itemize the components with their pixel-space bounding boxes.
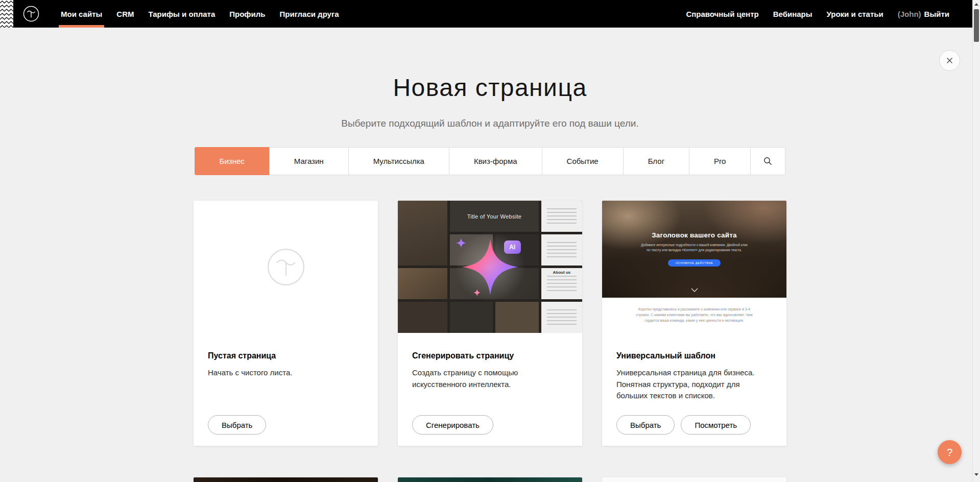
card-body: Универсальный шаблон Универсальная стран… xyxy=(602,333,786,402)
card-description: Универсальная страница для бизнеса. Поня… xyxy=(616,367,771,402)
help-button[interactable]: ? xyxy=(938,440,962,464)
card-body: Сгенерировать страницу Создать страницу … xyxy=(398,333,582,390)
preview-cta-button: основное действие xyxy=(668,259,721,267)
view-button[interactable]: Посмотреть xyxy=(681,415,751,435)
tab-store[interactable]: Магазин xyxy=(269,147,349,175)
template-card-partial[interactable] xyxy=(194,477,378,482)
scroll-up-arrow[interactable] xyxy=(974,3,978,6)
secondary-nav: Справочный центр Вебинары Уроки и статьи… xyxy=(679,0,957,28)
collage-cell xyxy=(398,302,447,333)
card-title: Сгенерировать страницу xyxy=(412,351,568,360)
primary-nav: Мои сайты CRM Тарифы и оплата Профиль Пр… xyxy=(54,0,346,28)
nav-webinars[interactable]: Вебинары xyxy=(766,0,820,28)
preview-about-label: About us xyxy=(541,270,582,275)
universal-preview: Заголовок вашего сайта Добавьте интересн… xyxy=(602,201,786,333)
template-card-blank[interactable]: Пустая страница Начать с чистого листа. … xyxy=(194,201,378,446)
generate-button[interactable]: Сгенерировать xyxy=(412,415,493,435)
tab-business[interactable]: Бизнес xyxy=(195,147,270,175)
logout-link[interactable]: (John) Выйти xyxy=(891,0,957,28)
nav-pricing[interactable]: Тарифы и оплата xyxy=(141,0,222,28)
blank-preview xyxy=(194,201,378,333)
template-card-partial[interactable] xyxy=(602,477,786,482)
nav-crm[interactable]: CRM xyxy=(109,0,141,28)
dialog-content: Новая страница Выберите подходящий шабло… xyxy=(0,28,980,482)
photo-collage: Title of Your Website About us xyxy=(398,201,582,333)
select-button[interactable]: Выбрать xyxy=(208,415,266,435)
collage-cell xyxy=(450,302,493,333)
card-actions: Выбрать xyxy=(208,415,266,435)
nav-invite-friend[interactable]: Пригласи друга xyxy=(272,0,346,28)
search-icon xyxy=(763,157,772,165)
collage-cell xyxy=(541,302,582,333)
page-title: Новая страница xyxy=(0,74,980,102)
search-tab[interactable] xyxy=(750,147,785,175)
collage-cell xyxy=(398,201,447,266)
collage-title-cell: Title of Your Website xyxy=(450,201,539,232)
collage-cell xyxy=(495,302,538,333)
new-page-dialog: Мои сайты CRM Тарифы и оплата Профиль Пр… xyxy=(0,0,980,482)
card-description: Создать страницу с помощью искусственног… xyxy=(412,367,566,390)
top-navigation-bar: Мои сайты CRM Тарифы и оплата Профиль Пр… xyxy=(0,0,980,28)
card-actions: Выбрать Посмотреть xyxy=(616,415,751,435)
scroll-down-arrow[interactable] xyxy=(974,473,978,476)
ai-preview: Title of Your Website About us xyxy=(398,201,582,333)
card-actions: Сгенерировать xyxy=(412,415,493,435)
preview-cover-caption: Добавьте интересные подробности о вашей … xyxy=(639,243,749,253)
tilda-watermark-icon xyxy=(261,243,310,292)
nav-profile[interactable]: Профиль xyxy=(222,0,272,28)
card-description: Начать с чистого листа. xyxy=(208,367,362,379)
zigzag-decoration xyxy=(0,0,13,28)
collage-cell xyxy=(541,234,582,266)
preview-cover-section: Заголовок вашего сайта Добавьте интересн… xyxy=(602,201,786,298)
template-category-tabs: Бизнес Магазин Мультиссылка Квиз-форма С… xyxy=(0,147,980,175)
preview-cover-title: Заголовок вашего сайта xyxy=(602,201,786,239)
preview-text-section: Коротко представьтесь и расскажите о ком… xyxy=(602,298,786,333)
collage-about-cell: About us xyxy=(541,268,582,299)
preview-body-text: Коротко представьтесь и расскажите о ком… xyxy=(633,307,756,324)
card-title: Пустая страница xyxy=(208,351,364,360)
scrollbar-thumb[interactable] xyxy=(974,9,979,42)
tilda-logo[interactable] xyxy=(21,4,41,24)
chevron-down-icon xyxy=(691,285,698,294)
card-title: Универсальный шаблон xyxy=(616,351,772,360)
nav-my-sites[interactable]: Мои сайты xyxy=(54,0,109,28)
collage-cell xyxy=(398,268,447,299)
preview-site-title: Title of Your Website xyxy=(467,213,522,220)
collage-cell xyxy=(450,268,539,299)
tab-event[interactable]: Событие xyxy=(542,147,624,175)
select-button[interactable]: Выбрать xyxy=(616,415,675,435)
user-name: (John) xyxy=(898,10,921,18)
close-button[interactable] xyxy=(939,50,960,71)
template-grid-row2 xyxy=(194,477,786,482)
template-card-partial[interactable] xyxy=(398,477,582,482)
template-card-generate[interactable]: Title of Your Website About us xyxy=(398,201,582,446)
collage-cell xyxy=(450,234,493,266)
page-subtitle: Выберите подходящий шаблон и адаптируйте… xyxy=(0,118,980,129)
tab-pro[interactable]: Pro xyxy=(689,147,751,175)
template-card-universal[interactable]: Заголовок вашего сайта Добавьте интересн… xyxy=(602,201,786,446)
tab-blog[interactable]: Блог xyxy=(623,147,689,175)
logout-label: Выйти xyxy=(924,10,949,18)
nav-lessons[interactable]: Уроки и статьи xyxy=(820,0,891,28)
scrollbar[interactable] xyxy=(972,0,980,482)
tab-multilink[interactable]: Мультиссылка xyxy=(348,147,449,175)
tab-quiz-form[interactable]: Квиз-форма xyxy=(449,147,542,175)
card-body: Пустая страница Начать с чистого листа. xyxy=(194,333,378,379)
collage-cell xyxy=(541,201,582,232)
template-grid: Пустая страница Начать с чистого листа. … xyxy=(194,201,786,446)
close-icon xyxy=(946,57,953,64)
ai-badge: AI xyxy=(504,240,521,254)
nav-help-center[interactable]: Справочный центр xyxy=(679,0,766,28)
